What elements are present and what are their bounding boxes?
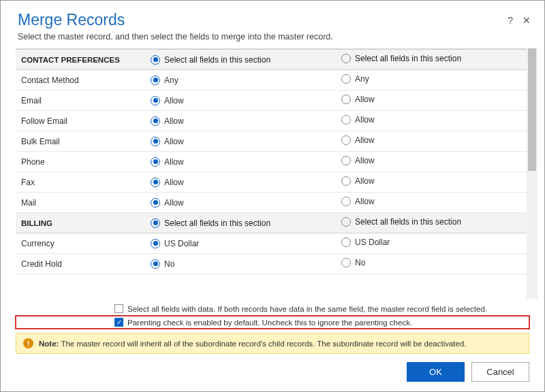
radio-icon [341, 74, 351, 84]
field-radio-left[interactable]: Allow [151, 116, 184, 126]
field-radio-left[interactable]: No [151, 259, 174, 269]
radio-label: Any [355, 74, 369, 84]
field-label: Bulk Email [16, 131, 145, 152]
field-radio-left[interactable]: Any [151, 76, 178, 85]
parenting-check-checkbox[interactable]: ✓ [114, 318, 123, 327]
radio-icon [341, 135, 351, 145]
radio-label: Allow [164, 157, 184, 167]
radio-icon [341, 95, 351, 104]
merge-records-dialog: Merge Records Select the master record, … [0, 0, 545, 392]
field-label: Currency [16, 233, 145, 254]
radio-icon [341, 238, 351, 247]
select-all-section-right[interactable]: Select all fields in this section [341, 54, 461, 63]
note-bar: ! Note: The master record will inherit a… [16, 333, 529, 354]
parenting-check-label: Parenting check is enabled by default. U… [127, 318, 412, 327]
dialog-title: Merge Records [18, 11, 527, 29]
radio-icon [151, 178, 160, 187]
table-row: Contact MethodAnyAny [16, 70, 527, 91]
field-radio-right[interactable]: Allow [341, 176, 375, 186]
radio-label: Allow [355, 156, 375, 165]
header-controls: ? ✕ [508, 16, 531, 25]
field-label: Email [16, 91, 145, 111]
radio-label: Allow [164, 116, 184, 126]
parenting-check-row: ✓ Parenting check is enabled by default.… [16, 316, 529, 329]
table-row: FaxAllowAllow [16, 172, 527, 193]
section-name: BILLING [16, 213, 145, 233]
field-radio-right[interactable]: No [341, 258, 365, 267]
select-all-with-data-checkbox[interactable] [114, 304, 123, 313]
radio-icon [341, 54, 351, 63]
radio-label: Select all fields in this section [355, 54, 461, 63]
select-all-with-data-row: Select all fields with data. If both rec… [16, 301, 529, 316]
table-row: MailAllowAllow [16, 193, 527, 213]
dialog-header: Merge Records Select the master record, … [1, 1, 544, 48]
radio-icon [151, 55, 160, 65]
radio-label: US Dollar [355, 238, 390, 247]
field-label: Mail [16, 193, 145, 213]
section-name: CONTACT PREFERENCES [16, 50, 145, 70]
dialog-subtitle: Select the master record, and then selec… [18, 32, 527, 42]
table-row: CurrencyUS DollarUS Dollar [16, 233, 527, 254]
field-radio-left[interactable]: Allow [151, 96, 184, 105]
table-row: PhoneAllowAllow [16, 152, 527, 172]
radio-label: Allow [164, 96, 184, 105]
radio-label: Allow [164, 178, 184, 187]
field-radio-left[interactable]: Allow [151, 198, 184, 208]
radio-label: Any [164, 76, 178, 85]
field-radio-right[interactable]: US Dollar [341, 238, 390, 247]
radio-icon [341, 156, 351, 165]
radio-icon [341, 176, 351, 186]
field-radio-right[interactable]: Allow [341, 135, 375, 145]
radio-icon [151, 137, 160, 146]
scrollbar-thumb[interactable] [528, 48, 536, 171]
field-radio-right[interactable]: Allow [341, 95, 375, 104]
radio-label: Select all fields in this section [164, 55, 270, 65]
field-radio-right[interactable]: Allow [341, 197, 375, 206]
select-all-section-right[interactable]: Select all fields in this section [341, 217, 461, 227]
field-label: Credit Hold [16, 254, 145, 274]
radio-label: Allow [355, 115, 375, 125]
radio-label: Allow [164, 137, 184, 146]
field-label: Contact Method [16, 70, 145, 91]
select-all-section-left[interactable]: Select all fields in this section [151, 55, 270, 65]
note-prefix: Note: [39, 340, 59, 348]
field-radio-left[interactable]: Allow [151, 137, 184, 146]
help-button[interactable]: ? [508, 16, 513, 25]
fields-table: CONTACT PREFERENCESSelect all fields in … [16, 49, 527, 274]
dialog-content: CONTACT PREFERENCESSelect all fields in … [16, 48, 527, 299]
button-bar: OK Cancel [1, 354, 544, 391]
section-header: BILLINGSelect all fields in this section… [16, 213, 527, 233]
field-radio-right[interactable]: Allow [341, 115, 375, 125]
radio-icon [151, 198, 160, 208]
radio-label: No [164, 259, 174, 269]
radio-icon [151, 259, 160, 269]
field-radio-left[interactable]: US Dollar [151, 239, 199, 248]
section-header: CONTACT PREFERENCESSelect all fields in … [16, 50, 527, 70]
table-row: Bulk EmailAllowAllow [16, 131, 527, 152]
field-label: Phone [16, 152, 145, 172]
radio-icon [151, 157, 160, 167]
radio-label: Allow [355, 197, 375, 206]
field-radio-left[interactable]: Allow [151, 178, 184, 187]
radio-label: Allow [355, 95, 375, 104]
radio-icon [341, 115, 351, 125]
radio-label: Select all fields in this section [164, 218, 270, 228]
radio-label: Allow [164, 198, 184, 208]
ok-button[interactable]: OK [407, 362, 465, 382]
scrollbar[interactable] [527, 48, 538, 299]
table-row: Follow EmailAllowAllow [16, 111, 527, 131]
cancel-button[interactable]: Cancel [471, 362, 529, 382]
note-body: The master record will inherit all of th… [61, 340, 466, 348]
field-label: Fax [16, 172, 145, 193]
field-radio-right[interactable]: Allow [341, 156, 375, 165]
table-row: EmailAllowAllow [16, 91, 527, 111]
radio-label: No [355, 258, 365, 267]
table-row: Credit HoldNoNo [16, 254, 527, 274]
close-button[interactable]: ✕ [523, 16, 531, 25]
field-radio-left[interactable]: Allow [151, 157, 184, 167]
field-radio-right[interactable]: Any [341, 74, 369, 84]
field-label: Follow Email [16, 111, 145, 131]
select-all-section-left[interactable]: Select all fields in this section [151, 218, 270, 228]
radio-icon [151, 116, 160, 126]
radio-icon [151, 76, 160, 85]
